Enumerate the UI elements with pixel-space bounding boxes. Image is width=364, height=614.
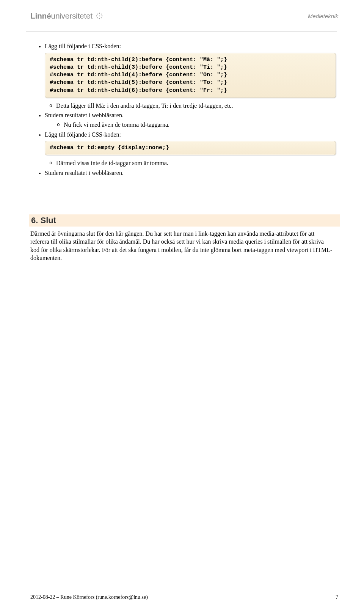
svg-point-7 xyxy=(97,17,98,19)
code-block-1: #schema tr td:nth-child(2):before {conte… xyxy=(45,53,336,98)
svg-point-4 xyxy=(101,16,102,17)
sub-list-item: Därmed visas inte de td-taggar som är to… xyxy=(49,159,338,167)
list-item-text: Lägg till följande i CSS-koden: xyxy=(45,131,121,138)
svg-point-5 xyxy=(97,14,98,15)
sub-list: Därmed visas inte de td-taggar som är to… xyxy=(49,159,338,167)
list-item-text: Studera resultatet i webbläsaren. xyxy=(45,170,124,176)
logo: Linnéuniversitetet xyxy=(30,11,104,20)
logo-light-part: universitetet xyxy=(51,11,93,20)
flower-icon xyxy=(95,11,104,20)
page-footer: 2012-08-22 – Rune Körnefors (rune.kornef… xyxy=(30,594,338,600)
sub-item-text: Detta lägger till Må: i den andra td-tag… xyxy=(56,102,233,109)
logo-text: Linnéuniversitetet xyxy=(30,11,93,20)
sub-list-item: Nu fick vi med även de tomma td-taggarna… xyxy=(57,121,338,129)
instruction-list-1: Lägg till följande i CSS-koden: xyxy=(45,42,338,50)
footer-page-number: 7 xyxy=(336,594,338,600)
sub-list-item: Detta lägger till Må: i den andra td-tag… xyxy=(49,102,338,110)
list-item: Därmed visas inte de td-taggar som är to… xyxy=(37,159,338,167)
header-category: Medieteknik xyxy=(308,11,338,19)
svg-point-1 xyxy=(99,13,100,14)
instruction-list-3: Därmed visas inte de td-taggar som är to… xyxy=(45,159,338,177)
sub-list: Detta lägger till Må: i den andra td-tag… xyxy=(49,102,338,110)
sub-item-text: Därmed visas inte de td-taggar som är to… xyxy=(56,160,168,166)
footer-left: 2012-08-22 – Rune Körnefors (rune.kornef… xyxy=(30,594,148,600)
svg-point-6 xyxy=(101,14,102,15)
list-item-text: Studera resultatet i webbläsaren. xyxy=(45,112,124,118)
instruction-list-2: Detta lägger till Må: i den andra td-tag… xyxy=(45,102,338,139)
svg-point-3 xyxy=(96,16,97,17)
section-heading: 6. Slut xyxy=(29,214,340,227)
section-body: Därmed är övningarna slut för den här gå… xyxy=(30,230,334,262)
header-divider xyxy=(26,31,337,31)
svg-point-0 xyxy=(99,16,100,16)
list-item: Detta lägger till Må: i den andra td-tag… xyxy=(37,102,338,110)
list-item: Studera resultatet i webbläsaren. Nu fic… xyxy=(45,111,338,129)
svg-point-2 xyxy=(99,18,100,19)
code-block-2: #schema tr td:empty {display:none;} xyxy=(45,141,336,155)
sub-item-text: Nu fick vi med även de tomma td-taggarna… xyxy=(64,121,169,128)
list-item-text: Lägg till följande i CSS-koden: xyxy=(45,43,121,49)
sub-list: Nu fick vi med även de tomma td-taggarna… xyxy=(57,121,338,129)
list-item: Studera resultatet i webbläsaren. xyxy=(45,169,338,177)
list-item: Lägg till följande i CSS-koden: xyxy=(45,131,338,139)
list-item: Lägg till följande i CSS-koden: xyxy=(45,42,338,50)
page-header: Linnéuniversitetet xyxy=(30,11,338,20)
svg-point-8 xyxy=(101,17,102,19)
logo-bold-part: Linné xyxy=(30,11,51,20)
